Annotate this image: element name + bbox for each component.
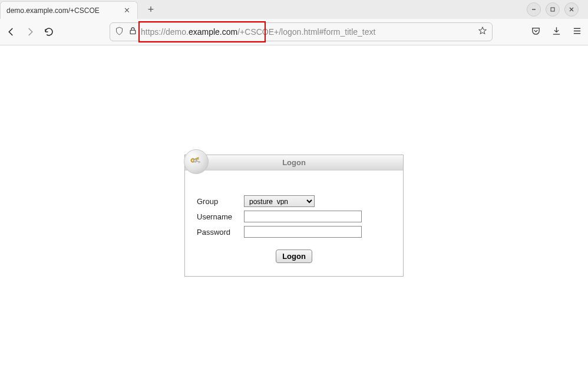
page-content: Logon Group posture_vpn Username Passwor…	[0, 45, 588, 277]
shield-icon[interactable]	[115, 27, 124, 38]
minimize-button[interactable]	[527, 2, 541, 17]
login-form: Group posture_vpn Username Password Logo…	[185, 170, 403, 276]
password-label: Password	[197, 228, 244, 237]
tab-title: demo.example.com/+CSCOE	[6, 6, 121, 15]
browser-chrome: demo.example.com/+CSCOE ✕ +	[0, 0, 588, 45]
svg-rect-11	[197, 158, 199, 160]
svg-rect-15	[196, 160, 200, 162]
reload-button[interactable]	[44, 27, 54, 37]
new-tab-button[interactable]: +	[144, 4, 158, 16]
back-button[interactable]	[6, 27, 16, 37]
window-controls	[527, 2, 584, 17]
group-label: Group	[197, 197, 244, 206]
close-tab-icon[interactable]: ✕	[121, 5, 133, 16]
menu-icon[interactable]	[572, 26, 582, 38]
forward-button[interactable]	[25, 27, 35, 37]
svg-rect-16	[199, 162, 199, 163]
maximize-button[interactable]	[546, 2, 560, 17]
username-label: Username	[197, 212, 244, 221]
keys-icon	[184, 149, 209, 174]
url-scheme: https://demo.	[141, 27, 189, 37]
login-card: Logon Group posture_vpn Username Passwor…	[184, 155, 404, 277]
svg-rect-4	[130, 30, 136, 34]
browser-tab[interactable]: demo.example.com/+CSCOE ✕	[0, 1, 138, 19]
downloads-icon[interactable]	[551, 26, 561, 38]
password-input[interactable]	[244, 226, 362, 238]
tab-strip: demo.example.com/+CSCOE ✕ +	[0, 0, 588, 19]
login-header: Logon	[185, 155, 403, 170]
username-input[interactable]	[244, 211, 362, 222]
svg-rect-1	[551, 8, 554, 11]
group-select[interactable]: posture_vpn	[244, 195, 315, 207]
pocket-icon[interactable]	[531, 26, 541, 38]
site-identity	[115, 27, 141, 38]
address-bar[interactable]: https://demo.example.com/+CSCOE+/logon.h…	[110, 22, 493, 41]
nav-bar: https://demo.example.com/+CSCOE+/logon.h…	[0, 19, 588, 45]
bookmark-star-icon[interactable]	[474, 26, 487, 38]
url-text: https://demo.example.com/+CSCOE+/logon.h…	[141, 27, 474, 37]
toolbar-right	[531, 26, 582, 38]
url-path: /+CSCOE+/logon.html#form_title_text	[237, 27, 375, 37]
lock-icon[interactable]	[128, 27, 137, 38]
logon-button[interactable]: Logon	[276, 250, 312, 263]
url-domain: example.com	[189, 27, 237, 37]
close-window-button[interactable]	[564, 2, 579, 17]
